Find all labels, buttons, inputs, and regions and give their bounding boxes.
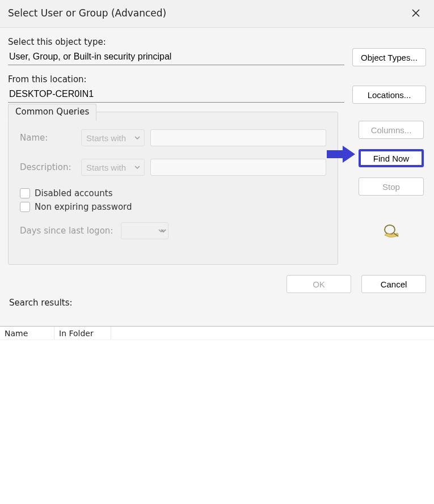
location-input[interactable]: [8, 86, 344, 103]
results-header-row: Name In Folder: [0, 327, 434, 340]
disabled-accounts-checkbox[interactable]: Disabled accounts: [20, 188, 326, 198]
days-since-select[interactable]: [121, 222, 168, 239]
description-match-select-wrap: Starts with: [81, 159, 145, 176]
close-button[interactable]: [406, 5, 426, 22]
object-type-group: Select this object type: Object Types...: [8, 37, 426, 66]
locations-button[interactable]: Locations...: [352, 86, 426, 104]
object-type-input[interactable]: [8, 48, 344, 65]
titlebar: Select User or Group (Advanced): [0, 0, 434, 28]
side-button-column: Columns... Find Now Stop: [359, 112, 424, 240]
checkbox-box: [20, 202, 30, 212]
dialog-body: Select this object type: Object Types...…: [0, 28, 434, 314]
object-types-button[interactable]: Object Types...: [352, 48, 426, 66]
location-group: From this location: Locations...: [8, 74, 426, 104]
non-expiring-label: Non expiring password: [35, 202, 132, 212]
name-filter-input[interactable]: [150, 129, 326, 146]
description-filter-label: Description:: [20, 162, 75, 172]
description-match-select[interactable]: Starts with: [81, 159, 145, 176]
tab-common-queries[interactable]: Common Queries: [8, 104, 96, 121]
columns-button[interactable]: Columns...: [359, 121, 424, 139]
days-since-select-wrap: [121, 222, 168, 239]
search-results-label: Search results:: [8, 297, 426, 309]
find-now-button[interactable]: Find Now: [359, 149, 424, 167]
description-filter-input[interactable]: [150, 159, 326, 176]
dialog-button-row: OK Cancel: [8, 275, 426, 293]
description-filter-row: Description: Starts with: [20, 159, 326, 176]
location-label: From this location:: [8, 74, 426, 84]
stop-button[interactable]: Stop: [359, 177, 424, 196]
column-header-in-folder[interactable]: In Folder: [54, 327, 111, 340]
object-type-label: Select this object type:: [8, 37, 426, 47]
column-header-name[interactable]: Name: [0, 327, 54, 340]
annotation-arrow-icon: [327, 145, 356, 164]
disabled-accounts-label: Disabled accounts: [35, 188, 113, 198]
ok-button[interactable]: OK: [286, 275, 351, 293]
days-since-row: Days since last logon:: [20, 222, 326, 239]
svg-point-0: [385, 225, 395, 234]
name-filter-label: Name:: [20, 133, 75, 143]
close-icon: [412, 9, 420, 17]
common-queries-panel: Name: Starts with Description:: [8, 112, 338, 265]
checkbox-box: [20, 188, 30, 198]
window-title: Select User or Group (Advanced): [8, 7, 166, 19]
days-since-label: Days since last logon:: [20, 226, 113, 236]
search-results-list[interactable]: Name In Folder: [0, 326, 434, 504]
name-filter-row: Name: Starts with: [20, 129, 326, 146]
non-expiring-checkbox[interactable]: Non expiring password: [20, 202, 326, 212]
search-icon: [382, 223, 401, 240]
name-match-select[interactable]: Starts with: [81, 129, 145, 146]
common-queries-section: Common Queries Name: Starts with: [8, 112, 426, 265]
name-match-select-wrap: Starts with: [81, 129, 145, 146]
cancel-button[interactable]: Cancel: [361, 275, 426, 293]
